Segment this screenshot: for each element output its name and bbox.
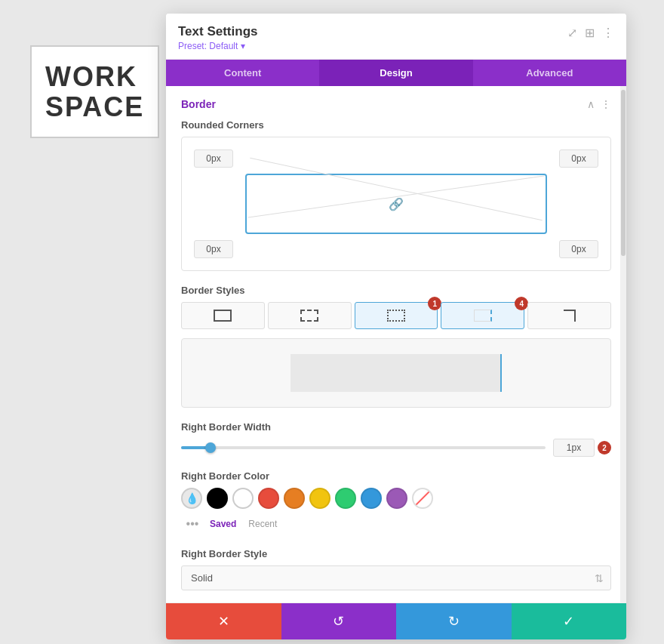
split-icon[interactable]: ⊞ — [585, 26, 595, 40]
right-border-color-label: Right Border Color — [181, 470, 611, 482]
right-border-style-select[interactable]: Solid Dashed Dotted Double Groove Ridge … — [181, 565, 611, 590]
section-border-title: Border — [181, 98, 216, 110]
section-header-icons: ∧ ⋮ — [587, 98, 611, 110]
border-preview-area — [181, 338, 611, 408]
color-row: 💧 — [181, 488, 611, 509]
collapse-icon[interactable]: ∧ — [587, 98, 595, 110]
color-blue[interactable] — [361, 488, 382, 509]
corner-bottom-right[interactable] — [559, 240, 598, 258]
scrollbar-track — [620, 86, 626, 603]
slider-value-input[interactable] — [553, 439, 595, 457]
more-dots[interactable]: ••• — [186, 517, 199, 531]
border-style-right[interactable]: 4 — [441, 302, 524, 329]
bottom-toolbar: ✕ ↺ ↻ ✓ — [166, 603, 626, 639]
tab-design[interactable]: Design — [319, 60, 472, 86]
tab-content[interactable]: Content — [166, 60, 319, 86]
link-icon[interactable]: 🔗 — [389, 197, 404, 211]
redo-button[interactable]: ↻ — [396, 603, 512, 639]
border-style-dashed[interactable] — [268, 302, 352, 329]
border-styles-row: 1 4 — [181, 302, 611, 329]
slider-badge-2: 2 — [598, 441, 611, 454]
corner-top-right[interactable] — [559, 149, 598, 168]
section-more-icon[interactable]: ⋮ — [601, 98, 611, 110]
cancel-button[interactable]: ✕ — [166, 603, 281, 639]
slider-track[interactable] — [181, 446, 546, 449]
expand-icon[interactable]: ⤢ — [567, 26, 577, 40]
confirm-button[interactable]: ✓ — [512, 603, 627, 639]
saved-link[interactable]: Saved — [210, 519, 236, 529]
border-style-dotted[interactable]: 1 — [355, 302, 438, 329]
recent-link[interactable]: Recent — [248, 519, 277, 529]
corner-preview-box: 🔗 — [245, 174, 547, 234]
border-section: Border ∧ ⋮ Rounded Corners — [166, 86, 626, 603]
tab-advanced[interactable]: Advanced — [473, 60, 626, 86]
corner-bottom-left[interactable] — [194, 240, 233, 258]
scrollbar-thumb[interactable] — [621, 90, 626, 256]
panel-header: Text Settings Preset: Default ▾ ⤢ ⊞ ⋮ — [166, 14, 626, 60]
eyedropper-tool[interactable]: 💧 — [181, 488, 202, 509]
border-style-solid[interactable] — [181, 302, 265, 329]
badge-4: 4 — [515, 297, 528, 310]
color-red[interactable] — [258, 488, 279, 509]
right-border-width-label: Right Border Width — [181, 421, 611, 433]
border-styles-label: Border Styles — [181, 285, 611, 296]
rounded-corners-label: Rounded Corners — [181, 119, 611, 131]
settings-panel: Text Settings Preset: Default ▾ ⤢ ⊞ ⋮ Co… — [166, 14, 626, 639]
color-purple[interactable] — [386, 488, 407, 509]
panel-title: Text Settings — [178, 24, 257, 39]
panel-preset[interactable]: Preset: Default ▾ — [178, 41, 257, 51]
rounded-corners-wrapper: 🔗 — [181, 137, 611, 271]
corner-top-left[interactable] — [194, 149, 233, 168]
badge-1: 1 — [428, 297, 441, 310]
border-style-corner[interactable] — [527, 302, 611, 329]
color-orange[interactable] — [284, 488, 305, 509]
border-preview-box — [290, 354, 502, 392]
color-yellow[interactable] — [309, 488, 330, 509]
workspace-label: WORK SPACE — [30, 45, 159, 138]
panel-header-icons: ⤢ ⊞ ⋮ — [567, 26, 614, 40]
more-icon[interactable]: ⋮ — [602, 26, 614, 40]
panel-body: Border ∧ ⋮ Rounded Corners — [166, 86, 626, 603]
color-transparent[interactable] — [412, 488, 433, 509]
color-white[interactable] — [232, 488, 254, 509]
tabs-bar: Content Design Advanced — [166, 60, 626, 86]
right-border-style-label: Right Border Style — [181, 548, 611, 559]
color-green[interactable] — [335, 488, 356, 509]
undo-button[interactable]: ↺ — [281, 603, 397, 639]
color-black[interactable] — [207, 488, 228, 509]
slider-row: 2 — [181, 439, 611, 457]
right-border-style-wrapper: Solid Dashed Dotted Double Groove Ridge … — [181, 565, 611, 590]
